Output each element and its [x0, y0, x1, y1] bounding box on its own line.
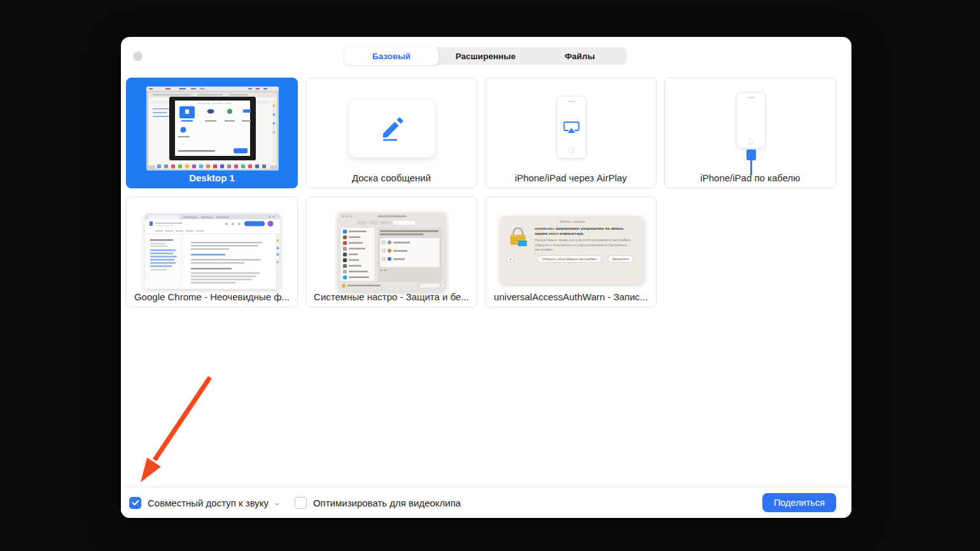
tab-basic-label: Базовый [372, 52, 410, 61]
tile-google-chrome[interactable]: Google Chrome - Неочевидные ф... [126, 197, 298, 307]
footer-bar: Совместный доступ к звуку ⌄ Оптимизирова… [121, 487, 851, 518]
phone-outline [736, 92, 766, 148]
auth-dialog-help-button: ? [507, 256, 514, 262]
sysprefs-thumbnail-art [338, 213, 446, 291]
tile-iphone-cable[interactable]: iPhone/iPad по кабелю [664, 78, 836, 188]
tile-label: universalAccessAuthWarn - Запис... [489, 291, 652, 302]
tile-auth-warning[interactable]: Запись экрана «zoom.us» запрашивает разр… [485, 197, 657, 307]
optimize-video-label: Оптимизировать для видеоклипа [313, 498, 461, 508]
phone-home-button [748, 139, 754, 144]
tile-label: iPhone/iPad по кабелю [669, 172, 832, 183]
tile-whiteboard[interactable]: Доска сообщений [305, 78, 477, 188]
share-audio-label: Совместный доступ к звуку [148, 498, 269, 508]
share-button[interactable]: Поделиться [762, 493, 836, 512]
screen: { "tabs": { "basic": "Базовый", "advance… [0, 0, 980, 551]
chrome-window-thumbnail [145, 214, 280, 289]
tab-basic[interactable]: Базовый [344, 47, 438, 65]
share-options-grid: Desktop 1 Доска сообщений [126, 78, 836, 307]
tab-bar: Базовый Расширенные Файлы [344, 47, 627, 65]
pencil-icon [374, 115, 410, 143]
auth-dialog-deny-button: Запретить [607, 255, 634, 263]
screen-recording-permission-dialog-thumbnail: Запись экрана «zoom.us» запрашивает разр… [500, 216, 644, 284]
chrome-thumbnail-art [145, 214, 280, 289]
auth-dialog-title: Запись экрана [507, 220, 638, 223]
cable-connector-icon [746, 150, 756, 160]
zoom-share-screen-dialog: Базовый Расширенные Файлы [121, 37, 851, 518]
lock-icon [507, 226, 529, 248]
tab-files-label: Файлы [564, 52, 594, 61]
system-preferences-thumbnail [338, 213, 446, 291]
chevron-down-icon[interactable]: ⌄ [274, 499, 281, 506]
tile-system-preferences[interactable]: Системные настро - Защита и бе... [305, 197, 477, 307]
window-close-button[interactable] [133, 52, 143, 61]
tab-advanced[interactable]: Расширенные [438, 47, 533, 65]
tile-label: Доска сообщений [310, 172, 473, 183]
tile-desktop-1[interactable]: Desktop 1 [126, 78, 298, 188]
share-audio-checkbox[interactable] [129, 497, 141, 509]
airplay-icon [563, 121, 580, 135]
tile-iphone-airplay[interactable]: iPhone/iPad через AirPlay [485, 78, 657, 188]
checkmark-icon [132, 499, 139, 506]
phone-home-button [569, 148, 575, 153]
tab-advanced-label: Расширенные [456, 52, 516, 61]
tile-label: Системные настро - Защита и бе... [310, 291, 473, 302]
desktop-screenshot-thumbnail [146, 87, 279, 171]
whiteboard-card [349, 99, 435, 158]
optimize-video-checkbox[interactable] [295, 497, 307, 509]
phone-speaker [747, 97, 755, 99]
auth-dialog-text: «zoom.us» запрашивает разрешение на запи… [535, 226, 636, 252]
auth-dialog-bold-text: «zoom.us» запрашивает разрешение на запи… [535, 226, 636, 236]
phone-outline [557, 96, 586, 158]
desktop-thumbnail-art [146, 87, 279, 171]
tile-label: Desktop 1 [130, 172, 293, 183]
tile-label: iPhone/iPad через AirPlay [489, 172, 652, 183]
auth-dialog-body-text: Предоставьте права доступа этой программ… [535, 238, 636, 252]
tile-label: Google Chrome - Неочевидные ф... [130, 291, 293, 302]
auth-dialog-open-settings-button: Открыть «Системные настройки» [537, 255, 602, 263]
phone-speaker [568, 101, 575, 102]
tab-files[interactable]: Файлы [533, 47, 627, 65]
